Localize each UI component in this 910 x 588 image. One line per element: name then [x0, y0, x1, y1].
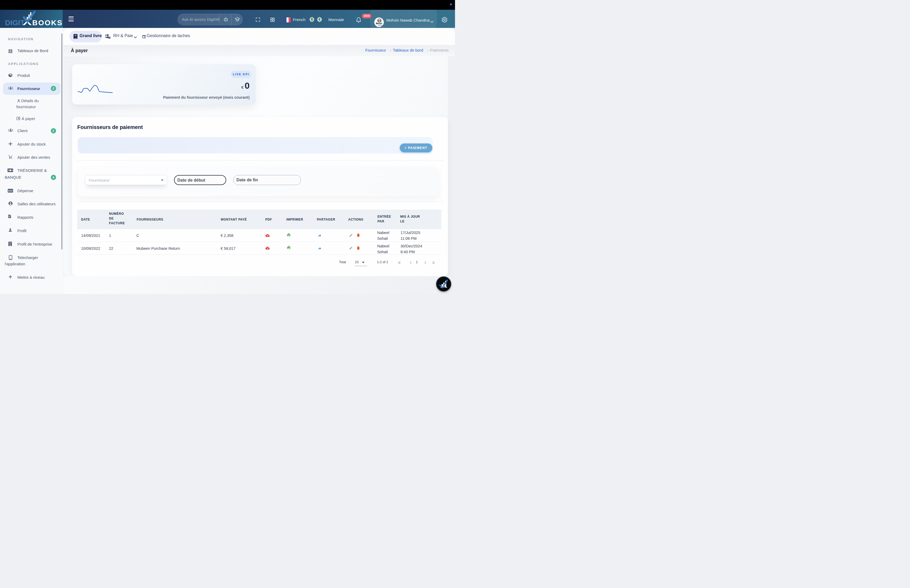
- svg-text:BOOKS: BOOKS: [32, 19, 63, 27]
- svg-text:NA: NA: [378, 19, 381, 22]
- svg-text:DIGIT: DIGIT: [5, 19, 25, 27]
- svg-text:$: $: [311, 18, 313, 21]
- svg-text:$: $: [8, 189, 10, 192]
- svg-text:€: €: [318, 18, 320, 21]
- svg-text:Fashion: Fashion: [378, 24, 383, 26]
